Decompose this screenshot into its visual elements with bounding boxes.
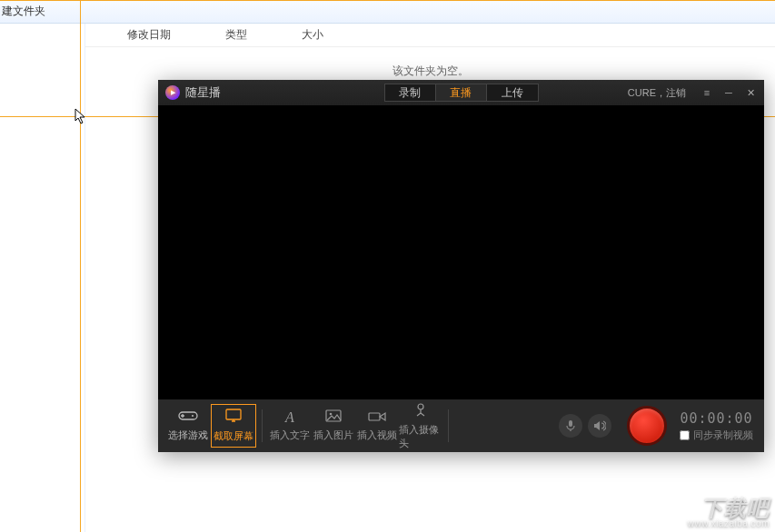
text-icon: A [285,409,294,426]
suixingbo-app-window: 随星播 录制 直播 上传 CURE，注销 ≡ ─ ✕ 选择游戏 截取屏幕 [158,80,764,452]
new-folder-text[interactable]: 建文件夹 [2,4,45,19]
speaker-button[interactable] [588,414,611,438]
app-logo-icon [165,85,180,100]
insert-text-button[interactable]: A 插入文字 [268,404,312,448]
timer-display: 00:00:00 [680,410,752,427]
minimize-icon[interactable]: ─ [722,87,735,98]
svg-point-6 [418,404,423,409]
watermark-main: 下载吧 [701,498,770,519]
monitor-icon [224,409,243,427]
separator [262,409,263,442]
insert-camera-label: 插入摄像头 [399,423,442,450]
bottom-toolbar: 选择游戏 截取屏幕 A 插入文字 插入图片 插入视频 [158,399,764,452]
capture-screen-button[interactable]: 截取屏幕 [211,404,256,448]
insert-camera-button[interactable]: 插入摄像头 [399,404,442,448]
tab-live[interactable]: 直播 [436,84,487,101]
col-size[interactable]: 大小 [302,27,323,43]
explorer-columns[interactable]: 修改日期 类型 大小 [85,24,775,47]
app-title: 随星播 [185,84,221,101]
mic-icon [566,419,575,432]
camera-icon [413,402,428,420]
tab-upload[interactable]: 上传 [487,84,538,101]
site-watermark: 下载吧 www.xiazaiba.com [688,498,770,528]
col-mod-date[interactable]: 修改日期 [127,27,171,43]
select-game-label: 选择游戏 [168,429,208,442]
sync-record-label: 同步录制视频 [693,429,753,442]
insert-video-label: 插入视频 [357,429,397,442]
tab-record[interactable]: 录制 [385,84,436,101]
svg-rect-5 [369,413,380,420]
explorer-toolbar: 建文件夹 [0,0,775,24]
speaker-icon [593,420,606,431]
record-button[interactable] [627,406,667,446]
mode-tabs: 录制 直播 上传 [384,84,539,102]
watermark-sub: www.xiazaiba.com [688,519,770,528]
preview-canvas[interactable] [158,105,764,399]
close-icon[interactable]: ✕ [744,87,757,99]
video-icon [368,409,386,426]
explorer-nav-pane [0,24,85,532]
titlebar[interactable]: 随星播 录制 直播 上传 CURE，注销 ≡ ─ ✕ [158,80,764,105]
insert-image-label: 插入图片 [313,429,353,442]
insert-text-label: 插入文字 [270,429,310,442]
menu-icon[interactable]: ≡ [700,87,713,98]
mic-button[interactable] [559,414,582,438]
mouse-cursor-icon [75,108,87,124]
image-icon [325,409,342,426]
insert-video-button[interactable]: 插入视频 [355,404,399,448]
select-game-button[interactable]: 选择游戏 [165,404,211,448]
folder-empty-message: 该文件夹为空。 [85,64,775,79]
svg-rect-7 [569,420,572,427]
svg-point-1 [192,415,194,417]
svg-rect-2 [226,409,241,419]
capture-screen-label: 截取屏幕 [214,429,253,443]
insert-image-button[interactable]: 插入图片 [312,404,355,448]
sync-record-option[interactable]: 同步录制视频 [680,429,753,442]
sync-record-checkbox[interactable] [680,430,690,440]
separator [448,409,449,442]
col-type[interactable]: 类型 [225,27,247,43]
svg-point-4 [330,413,333,416]
gamepad-icon [178,409,198,426]
user-logout-link[interactable]: CURE，注销 [628,86,686,100]
